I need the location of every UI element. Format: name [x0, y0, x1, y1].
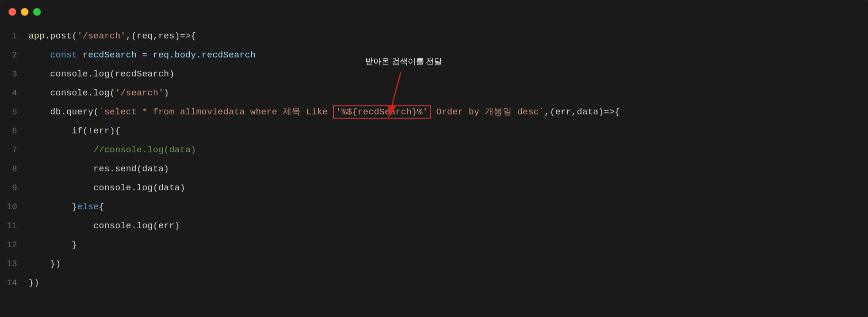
- line-num-1: 1: [0, 31, 28, 41]
- code-line-5: 5 db.query(`select * from allmoviedata w…: [0, 104, 868, 123]
- line-num-13: 13: [0, 259, 28, 269]
- line-num-2: 2: [0, 50, 28, 60]
- line-num-14: 14: [0, 278, 28, 288]
- code-line-11: 11 console.log(err): [0, 218, 868, 237]
- code-content-10: }else{: [28, 200, 104, 214]
- code-content-7: //console.log(data): [28, 143, 196, 157]
- code-content-9: console.log(data): [28, 181, 185, 195]
- code-line-12: 12 }: [0, 237, 868, 256]
- maximize-button[interactable]: [33, 8, 41, 16]
- line-num-9: 9: [0, 183, 28, 193]
- code-content-4: console.log('/search'): [28, 86, 169, 100]
- line-num-11: 11: [0, 221, 28, 231]
- code-content-8: res.send(data): [28, 162, 169, 176]
- code-content-5: db.query(`select * from allmoviedata whe…: [28, 105, 620, 119]
- code-content-2: const recdSearch = req.body.recdSearch: [28, 48, 256, 62]
- code-content-13: }): [28, 257, 61, 271]
- close-button[interactable]: [9, 8, 16, 16]
- code-line-6: 6 if(!err){: [0, 123, 868, 142]
- app-window: 1 app.post('/search',(req,res)=>{ 2 cons…: [0, 0, 868, 317]
- line-num-4: 4: [0, 88, 28, 98]
- line-num-3: 3: [0, 69, 28, 79]
- code-line-2: 2 const recdSearch = req.body.recdSearch: [0, 47, 868, 66]
- line-num-5: 5: [0, 107, 28, 117]
- line-num-12: 12: [0, 240, 28, 250]
- code-line-1: 1 app.post('/search',(req,res)=>{: [0, 28, 868, 47]
- code-content-11: console.log(err): [28, 219, 180, 233]
- code-line-10: 10 }else{: [0, 199, 868, 218]
- code-area: 1 app.post('/search',(req,res)=>{ 2 cons…: [0, 24, 868, 299]
- code-content-12: }: [28, 238, 77, 252]
- code-line-9: 9 console.log(data): [0, 180, 868, 199]
- code-line-7: 7 //console.log(data): [0, 142, 868, 161]
- minimize-button[interactable]: [21, 8, 28, 16]
- line-num-7: 7: [0, 145, 28, 155]
- code-content-3: console.log(recdSearch): [28, 67, 175, 81]
- code-line-14: 14 }): [0, 275, 868, 294]
- titlebar: [0, 0, 868, 24]
- code-line-8: 8 res.send(data): [0, 161, 868, 180]
- code-content-6: if(!err){: [28, 124, 120, 138]
- code-content-14: }): [28, 276, 39, 290]
- code-line-13: 13 }): [0, 256, 868, 275]
- code-line-4: 4 console.log('/search'): [0, 85, 868, 104]
- code-line-3: 3 console.log(recdSearch): [0, 66, 868, 85]
- code-content-1: app.post('/search',(req,res)=>{: [28, 29, 196, 43]
- line-num-8: 8: [0, 164, 28, 174]
- line-num-10: 10: [0, 202, 28, 212]
- line-num-6: 6: [0, 126, 28, 136]
